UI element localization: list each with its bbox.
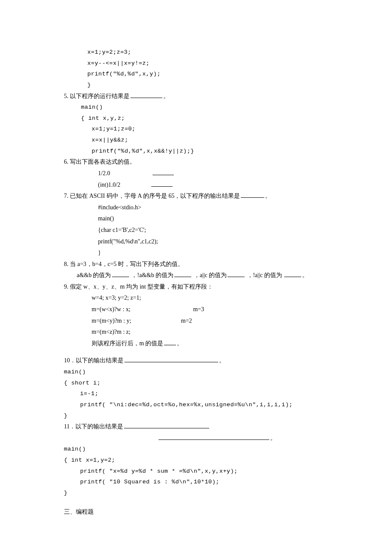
q7-code-line: #include<stdio.h>: [64, 202, 337, 214]
q9-tail: 则该程序运行后，m 的值是。: [64, 338, 337, 350]
q6-text: 写出下面各表达式的值。: [70, 159, 135, 165]
section-3-heading: 三、编程题: [64, 506, 337, 518]
q11-num: 11．: [64, 423, 75, 430]
ans: m=3: [193, 306, 204, 312]
q8-blanks: a&&b 的值为 ，!a&&b 的值为 ，a||c 的值为 ，!a||c 的值为…: [64, 270, 337, 281]
q10-text: 以下的输出结果是: [76, 357, 124, 364]
q6-num: 6.: [64, 159, 69, 165]
blank: [159, 439, 269, 440]
q4-code-line: x=y--<=x||x=y!=z;: [64, 58, 337, 69]
q7-code-line: main(): [64, 213, 337, 225]
q9-code-line: m=(m<z)?m : z;: [64, 327, 337, 338]
code: m=(w<x)?w : x;: [92, 306, 130, 312]
blank: [174, 277, 191, 277]
q9-code-line: m=(w<x)?w : x; m=3: [64, 304, 337, 315]
blank: [164, 345, 176, 345]
q6-prompt: 6. 写出下面各表达式的值。: [64, 156, 337, 168]
q5-text: 以下程序的运行结果是: [70, 93, 130, 99]
q5-prompt: 5. 以下程序的运行结果是。: [64, 91, 337, 102]
q7-num: 7.: [64, 193, 69, 199]
period: 。: [177, 340, 183, 347]
expr: (int)1.0/2: [98, 182, 121, 188]
q11-text: 以下的输出结果是: [75, 423, 123, 430]
q11-blank-line: 。: [64, 433, 337, 444]
q9-code-line: m=(m<y)?m : y; m=2: [64, 315, 337, 327]
q10-num: 10．: [64, 357, 76, 364]
expr: 1/2.0: [98, 170, 110, 176]
q8-num: 8.: [64, 261, 69, 267]
q4-code-line: x=1;y=2;z=3;: [64, 47, 337, 58]
q10-code-line: i=-1;: [64, 388, 337, 399]
q5-num: 5.: [64, 93, 69, 99]
p2: ，!a&&b 的值为: [131, 272, 173, 278]
period: 。: [163, 93, 169, 99]
q10-code-line: printf( "\ni:dec=%d,oct=%o,hex=%x,unsign…: [64, 399, 337, 410]
q11-code-line: }: [64, 488, 337, 499]
blank: [153, 175, 174, 175]
q7-code-line: }: [64, 247, 337, 259]
tail-text: 则该程序运行后，m 的值是: [92, 340, 163, 347]
blank: [151, 186, 173, 187]
q9-num: 9.: [64, 283, 69, 290]
code: m=(m<y)?m : y;: [92, 318, 131, 324]
q10-code-line: }: [64, 410, 337, 422]
q8-text: 当 a=3，b=4，c=5 时，写出下列各式的值。: [70, 261, 184, 267]
q5-code-line: { int x,y,z;: [64, 113, 337, 124]
q5-code-line: main(): [64, 102, 337, 113]
q4-code-line: printf("%d,%d",x,y);: [64, 69, 337, 80]
q9-code-line: w=4; x=3; y=2; z=1;: [64, 292, 337, 304]
q7-code-line: printf("%d,%d\n",c1,c2);: [64, 236, 337, 248]
q8-prompt: 8. 当 a=3，b=4，c=5 时，写出下列各式的值。: [64, 259, 337, 270]
q5-code-line: printf("%d,%d",x,x&&!y||z);}: [64, 146, 337, 157]
q6-expr2: (int)1.0/2: [64, 179, 337, 191]
blank: [124, 362, 218, 362]
q5-code-line: x=1;y=1;z=0;: [64, 124, 337, 135]
blank: [284, 277, 301, 277]
period: 。: [270, 435, 276, 441]
blank: [130, 98, 162, 98]
q11-code-line: printf( "10 Squared is : %d\n",10*10);: [64, 477, 337, 488]
section-title: 三、编程题: [64, 509, 94, 515]
blank: [241, 197, 264, 198]
document-body: x=1;y=2;z=3; x=y--<=x||x=y!=z; printf("%…: [64, 47, 337, 517]
ans: m=2: [181, 318, 192, 324]
q9-prompt: 9. 假定 w、x、y、z、m 均为 int 型变量，有如下程序段：: [64, 281, 337, 293]
q7-code-line: {char c1='B',c2='C';: [64, 225, 337, 236]
q10-code-line: { short i;: [64, 378, 337, 389]
blank: [112, 277, 129, 277]
q5-code-line: x=x||y&&z;: [64, 135, 337, 146]
q4-code-line: }: [64, 80, 337, 91]
q11-code-line: main(): [64, 444, 337, 455]
q11-code-line: { int x=1,y=2;: [64, 455, 337, 466]
p1: a&&b 的值为: [77, 272, 111, 278]
q11-code-line: printf( "x=%d y=%d * sum * =%d\n",x,y,x+…: [64, 466, 337, 477]
blank: [228, 277, 245, 277]
period: 。: [265, 193, 271, 199]
q7-prompt: 7. 已知在 ASCII 码中，字母 A 的序号是 65，以下程序的输出结果是。: [64, 191, 337, 202]
p4: ，!a||c 的值为: [247, 272, 282, 278]
q7-text: 已知在 ASCII 码中，字母 A 的序号是 65，以下程序的输出结果是: [70, 193, 240, 199]
q6-expr1: 1/2.0: [64, 168, 337, 179]
q11-prompt: 11．以下的输出结果是: [64, 421, 337, 433]
period: 。: [219, 357, 225, 364]
q9-text: 假定 w、x、y、z、m 均为 int 型变量，有如下程序段：: [70, 283, 213, 290]
q10-prompt: 10．以下的输出结果是。: [64, 355, 337, 367]
blank: [124, 428, 209, 428]
q10-code-line: main(): [64, 367, 337, 378]
period: 。: [302, 272, 308, 278]
p3: ，a||c 的值为: [194, 272, 227, 278]
